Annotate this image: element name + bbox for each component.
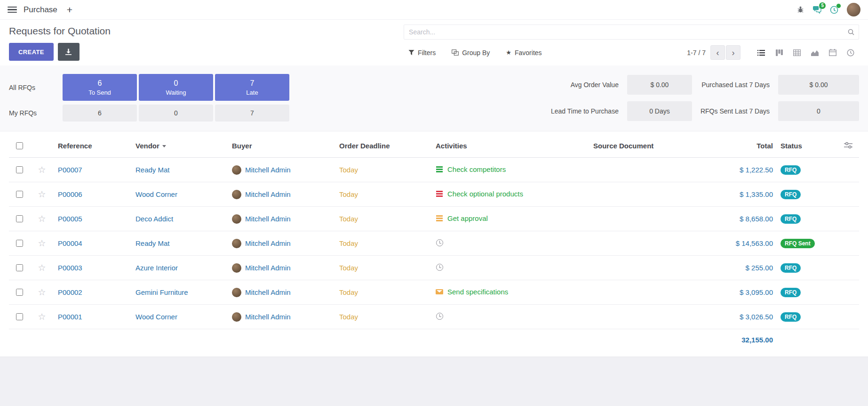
optional-columns-icon[interactable] bbox=[837, 134, 859, 158]
favorite-star-icon[interactable]: ☆ bbox=[38, 214, 46, 224]
debug-bug-icon[interactable] bbox=[797, 6, 804, 13]
header-vendor[interactable]: Vendor bbox=[132, 134, 228, 158]
view-switcher bbox=[753, 45, 859, 60]
search-bar[interactable] bbox=[404, 24, 859, 40]
buyer-link[interactable]: Mitchell Admin bbox=[245, 313, 291, 321]
rfq-row[interactable]: ☆ P00002 Gemini Furniture Mitchell Admin… bbox=[9, 280, 859, 305]
search-input[interactable] bbox=[404, 24, 859, 40]
vendor-link[interactable]: Ready Mat bbox=[135, 239, 170, 247]
late-count: 7 bbox=[250, 79, 255, 88]
activity-view-icon[interactable] bbox=[842, 45, 859, 60]
list-view-icon[interactable] bbox=[753, 45, 770, 60]
vendor-link[interactable]: Wood Corner bbox=[135, 190, 177, 198]
pager-prev-button[interactable]: ‹ bbox=[710, 45, 725, 60]
create-button[interactable]: CREATE bbox=[9, 43, 54, 61]
my-waiting-cell[interactable]: 0 bbox=[139, 105, 213, 122]
my-to-send-cell[interactable]: 6 bbox=[63, 105, 137, 122]
reference-link[interactable]: P00005 bbox=[58, 215, 82, 223]
favorite-star-icon[interactable]: ☆ bbox=[38, 312, 46, 322]
rfq-row[interactable]: ☆ P00003 Azure Interior Mitchell Admin T… bbox=[9, 256, 859, 280]
buyer-link[interactable]: Mitchell Admin bbox=[245, 190, 291, 198]
purchase-dashboard: All RFQs 6 To Send 0 Waiting 7 Late My R… bbox=[0, 65, 868, 131]
header-total[interactable]: Total bbox=[706, 134, 777, 158]
activity-button[interactable]: Get approval bbox=[436, 214, 488, 222]
header-reference[interactable]: Reference bbox=[54, 134, 132, 158]
rfq-row[interactable]: ☆ P00005 Deco Addict Mitchell Admin Toda… bbox=[9, 207, 859, 231]
control-panel-right: Filters Group By ★ Favorites 1-7 / 7 ‹ › bbox=[404, 24, 859, 61]
favorite-star-icon[interactable]: ☆ bbox=[38, 263, 46, 273]
row-checkbox[interactable] bbox=[16, 215, 23, 222]
filters-button[interactable]: Filters bbox=[408, 49, 436, 57]
export-button[interactable] bbox=[58, 43, 80, 61]
activity-button[interactable]: Send specifications bbox=[436, 288, 508, 296]
row-checkbox[interactable] bbox=[16, 191, 23, 198]
activity-label: Send specifications bbox=[447, 288, 508, 296]
waiting-tile[interactable]: 0 Waiting bbox=[139, 74, 213, 101]
order-deadline-text: Today bbox=[339, 264, 358, 272]
favorite-star-icon[interactable]: ☆ bbox=[38, 189, 46, 199]
activity-button[interactable] bbox=[436, 313, 447, 320]
row-checkbox[interactable] bbox=[16, 240, 23, 247]
reference-link[interactable]: P00004 bbox=[58, 239, 82, 247]
buyer-link[interactable]: Mitchell Admin bbox=[245, 239, 291, 247]
favorite-star-icon[interactable]: ☆ bbox=[38, 287, 46, 297]
activities-clock-icon[interactable] bbox=[830, 6, 838, 14]
systray: 5 bbox=[797, 3, 860, 16]
buyer-link[interactable]: Mitchell Admin bbox=[245, 215, 291, 223]
vendor-link[interactable]: Ready Mat bbox=[135, 166, 170, 174]
reference-link[interactable]: P00001 bbox=[58, 313, 82, 321]
app-name-menu[interactable]: Purchase bbox=[24, 5, 57, 15]
favorites-button[interactable]: ★ Favorites bbox=[506, 49, 542, 57]
activity-button[interactable] bbox=[436, 239, 447, 246]
header-status[interactable]: Status bbox=[777, 134, 837, 158]
group-by-button[interactable]: Group By bbox=[452, 49, 490, 57]
buyer-link[interactable]: Mitchell Admin bbox=[245, 264, 291, 272]
select-all-checkbox[interactable] bbox=[16, 142, 23, 149]
plus-icon[interactable]: + bbox=[67, 5, 72, 15]
search-icon[interactable] bbox=[847, 28, 855, 38]
row-checkbox[interactable] bbox=[16, 313, 23, 320]
activity-button[interactable]: Check optional products bbox=[436, 190, 523, 198]
row-checkbox[interactable] bbox=[16, 289, 23, 296]
rfq-row[interactable]: ☆ P00004 Ready Mat Mitchell Admin Today … bbox=[9, 231, 859, 256]
total-amount: $ 14,563.00 bbox=[706, 231, 777, 256]
pivot-view-icon[interactable] bbox=[788, 45, 805, 60]
rfq-row[interactable]: ☆ P00007 Ready Mat Mitchell Admin Today … bbox=[9, 158, 859, 182]
reference-link[interactable]: P00002 bbox=[58, 288, 82, 296]
pager-next-button[interactable]: › bbox=[726, 45, 741, 60]
favorite-star-icon[interactable]: ☆ bbox=[38, 238, 46, 248]
header-activities[interactable]: Activities bbox=[432, 134, 589, 158]
header-source-document[interactable]: Source Document bbox=[589, 134, 706, 158]
activity-button[interactable]: Check competitors bbox=[436, 165, 506, 173]
user-avatar[interactable] bbox=[847, 3, 860, 16]
vendor-link[interactable]: Wood Corner bbox=[135, 313, 177, 321]
rfq-list: Reference Vendor Buyer Order Deadline Ac… bbox=[0, 131, 868, 357]
activity-button[interactable] bbox=[436, 264, 447, 271]
late-tile[interactable]: 7 Late bbox=[215, 74, 289, 101]
buyer-link[interactable]: Mitchell Admin bbox=[245, 288, 291, 296]
buyer-link[interactable]: Mitchell Admin bbox=[245, 166, 291, 174]
favorite-star-icon[interactable]: ☆ bbox=[38, 165, 46, 175]
messages-icon[interactable]: 5 bbox=[812, 6, 821, 14]
apps-menu-icon[interactable] bbox=[8, 7, 17, 13]
header-buyer[interactable]: Buyer bbox=[228, 134, 335, 158]
total-amount: $ 255.00 bbox=[706, 256, 777, 280]
kanban-view-icon[interactable] bbox=[771, 45, 788, 60]
reference-link[interactable]: P00006 bbox=[58, 190, 82, 198]
graph-view-icon[interactable] bbox=[806, 45, 823, 60]
calendar-view-icon[interactable] bbox=[824, 45, 841, 60]
to-send-tile[interactable]: 6 To Send bbox=[63, 74, 137, 101]
header-order-deadline[interactable]: Order Deadline bbox=[335, 134, 432, 158]
my-late-cell[interactable]: 7 bbox=[215, 105, 289, 122]
rfq-row[interactable]: ☆ P00001 Wood Corner Mitchell Admin Toda… bbox=[9, 305, 859, 329]
row-checkbox[interactable] bbox=[16, 166, 23, 173]
vendor-link[interactable]: Azure Interior bbox=[135, 264, 178, 272]
vendor-link[interactable]: Gemini Furniture bbox=[135, 288, 188, 296]
total-amount: $ 8,658.00 bbox=[706, 207, 777, 231]
reference-link[interactable]: P00007 bbox=[58, 166, 82, 174]
reference-link[interactable]: P00003 bbox=[58, 264, 82, 272]
rfq-row[interactable]: ☆ P00006 Wood Corner Mitchell Admin Toda… bbox=[9, 182, 859, 207]
row-checkbox[interactable] bbox=[16, 264, 23, 271]
table-header-row: Reference Vendor Buyer Order Deadline Ac… bbox=[9, 134, 859, 158]
vendor-link[interactable]: Deco Addict bbox=[135, 215, 173, 223]
